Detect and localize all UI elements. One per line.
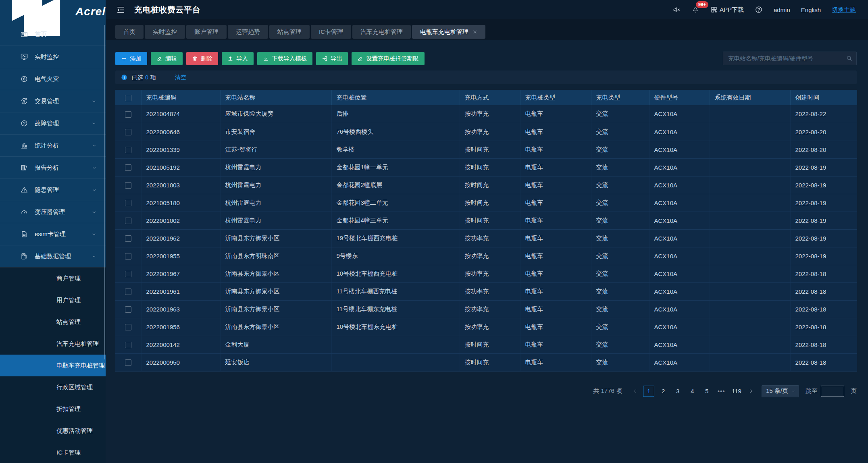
row-checkbox[interactable] [125, 359, 131, 366]
tab-operation-trend[interactable]: 运营趋势 [228, 25, 268, 39]
sidebar-collapse-icon[interactable] [116, 5, 125, 15]
table-row: 2021004874应城市保险大厦旁后排按功率充电瓶车交流ACX10A2022-… [115, 105, 857, 123]
mute-icon[interactable] [672, 6, 681, 14]
tab-close-icon[interactable] [473, 29, 477, 34]
row-checkbox[interactable] [125, 147, 131, 153]
cell-pile-code: 2022001003 [141, 176, 220, 194]
search-input[interactable] [723, 52, 857, 65]
tab-car-pile-mgmt[interactable]: 汽车充电桩管理 [352, 25, 411, 39]
row-checkbox[interactable] [125, 218, 131, 224]
search-icon[interactable] [846, 55, 853, 62]
tab-home[interactable]: 首页 [115, 25, 144, 39]
sidebar-subitem-merchant-mgmt[interactable]: 商户管理 [0, 268, 106, 289]
clear-selection-link[interactable]: 清空 [175, 74, 187, 81]
cell-charge-type: 交流 [591, 176, 649, 194]
sidebar-item-hazard-mgmt[interactable]: 隐患管理 [0, 179, 106, 201]
row-checkbox[interactable] [125, 129, 131, 135]
page-button-4[interactable]: 4 [687, 386, 698, 397]
prev-page-button[interactable] [630, 386, 640, 397]
row-checkbox[interactable] [125, 253, 131, 260]
page-button-1[interactable]: 1 [643, 386, 654, 397]
page-size-select[interactable]: 15 条/页 [762, 385, 799, 397]
app-download-link[interactable]: APP下载 [710, 6, 744, 14]
sidebar-item-electric-fire[interactable]: 电气火灾 [0, 68, 106, 90]
row-checkbox[interactable] [125, 200, 131, 206]
row-checkbox[interactable] [125, 342, 131, 348]
cell-pile-location: 后排 [331, 105, 460, 123]
edit-button[interactable]: 编辑 [151, 52, 183, 65]
tab-account-mgmt[interactable]: 账户管理 [186, 25, 227, 39]
page-button-2[interactable]: 2 [658, 386, 669, 397]
table-row: 2022001962沂南县东方御景小区19号楼北车棚西充电桩按功率充电瓶车交流A… [115, 229, 857, 247]
export-button[interactable]: 导出 [316, 52, 348, 65]
sidebar-item-label: 变压器管理 [35, 208, 65, 216]
tab-ebike-pile-mgmt[interactable]: 电瓶车充电桩管理 [412, 25, 485, 39]
table-row: 2021005192杭州雷霆电力金都花园1幢一单元按时间充电瓶车交流ACX10A… [115, 158, 857, 176]
next-page-button[interactable] [746, 386, 756, 397]
set-hosting-period-button[interactable]: 设置充电桩托管期限 [352, 52, 425, 65]
page-button-3[interactable]: 3 [672, 386, 683, 397]
row-checkbox[interactable] [125, 111, 131, 118]
theme-switch-link[interactable]: 切换主题 [832, 6, 856, 14]
import-button[interactable]: 导入 [222, 52, 254, 65]
sidebar-subitem-user-mgmt[interactable]: 用户管理 [0, 289, 106, 311]
sidebar-scrollbar[interactable] [104, 25, 105, 359]
row-checkbox[interactable] [125, 289, 131, 295]
cell-pile-code: 2022001956 [141, 318, 220, 336]
edit-icon [156, 56, 162, 62]
notifications-bell[interactable]: 99+ [691, 5, 699, 15]
sidebar-item-transaction-mgmt[interactable]: 交易管理 [0, 90, 106, 112]
sidebar-subitem-promo-mgmt[interactable]: 优惠活动管理 [0, 420, 106, 442]
cell-pile-code: 2022000142 [141, 336, 220, 353]
help-icon[interactable] [755, 6, 763, 14]
sidebar-item-realtime-monitor[interactable]: 实时监控 [0, 46, 106, 68]
sidebar-subitem-ic-card-mgmt[interactable]: IC卡管理 [0, 442, 106, 463]
sidebar-subitem-ebike-pile-mgmt[interactable]: 电瓶车充电桩管理 [0, 355, 106, 376]
row-checkbox[interactable] [125, 271, 131, 277]
select-all-checkbox[interactable] [125, 95, 131, 101]
tab-site-mgmt[interactable]: 站点管理 [269, 25, 310, 39]
sidebar-subitem-discount-mgmt[interactable]: 折扣管理 [0, 398, 106, 420]
row-checkbox[interactable] [125, 182, 131, 189]
row-checkbox-cell [115, 353, 141, 371]
cell-pile-location: 19号楼北车棚西充电桩 [331, 229, 460, 247]
sidebar-item-esim-card-mgmt[interactable]: esim卡管理 [0, 223, 106, 245]
sidebar-subitem-car-pile-mgmt[interactable]: 汽车充电桩管理 [0, 333, 106, 355]
sidebar-item-home[interactable]: 首页 [0, 23, 106, 46]
row-checkbox[interactable] [125, 235, 131, 242]
cell-charge-type: 交流 [591, 318, 649, 336]
sidebar-subitem-region-mgmt[interactable]: 行政区域管理 [0, 376, 106, 398]
row-checkbox[interactable] [125, 164, 131, 171]
add-button[interactable]: 添加 [115, 52, 147, 65]
row-checkbox[interactable] [125, 306, 131, 313]
username[interactable]: admin [774, 6, 790, 13]
sidebar-item-fault-mgmt[interactable]: 故障管理 [0, 112, 106, 134]
sidebar-subitem-label: 商户管理 [56, 275, 81, 282]
notification-badge: 99+ [696, 1, 708, 8]
cell-charge-type: 交流 [591, 229, 649, 247]
monitor-icon [20, 53, 28, 61]
page-button-119[interactable]: 119 [730, 386, 743, 397]
selected-label: 已选 [131, 74, 143, 81]
tab-ic-card-mgmt[interactable]: IC卡管理 [311, 25, 351, 39]
sidebar-item-base-data-mgmt[interactable]: 基础数据管理 [0, 245, 106, 267]
sidebar-item-statistics[interactable]: 统计分析 [0, 134, 106, 156]
page-button-5[interactable]: 5 [701, 386, 712, 397]
row-checkbox[interactable] [125, 324, 131, 330]
cell-system-valid-date [710, 123, 790, 141]
cell-charge-type: 交流 [591, 300, 649, 318]
sidebar-item-report-analysis[interactable]: 报告分析 [0, 156, 106, 179]
tab-label: 汽车充电桩管理 [360, 28, 403, 36]
cell-created-time: 2022-08-18 [790, 353, 857, 371]
sidebar-subitem-site-mgmt[interactable]: 站点管理 [0, 311, 106, 333]
delete-button[interactable]: 删除 [186, 52, 218, 65]
language-switch[interactable]: English [801, 6, 821, 13]
tab-realtime-monitor[interactable]: 实时监控 [145, 25, 185, 39]
chevron-down-icon [92, 232, 97, 237]
sidebar-item-transformer-mgmt[interactable]: 变压器管理 [0, 201, 106, 223]
sidebar-item-label: 交易管理 [35, 98, 59, 105]
download-template-button[interactable]: 下载导入模板 [257, 52, 312, 65]
cell-pile-location: 金都花园1幢一单元 [331, 158, 460, 176]
jump-page-input[interactable] [821, 386, 844, 397]
row-checkbox-cell [115, 229, 141, 247]
